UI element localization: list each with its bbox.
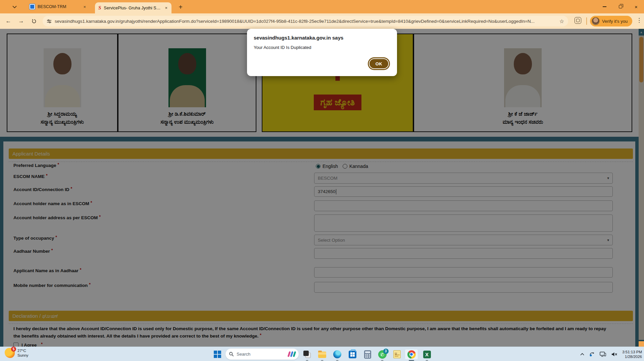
whatsapp-button[interactable]: ✆ 3: [376, 349, 389, 360]
paint-cocreator-icon: [288, 351, 295, 357]
calculator-button[interactable]: [361, 349, 374, 360]
javascript-alert-dialog: sevasindhugs1.karnataka.gov.in says Your…: [247, 29, 397, 76]
serviceplus-favicon: S: [98, 5, 101, 11]
profile-avatar: [592, 17, 600, 25]
verify-label: Verify it's you: [602, 19, 628, 24]
forward-button[interactable]: →: [17, 17, 26, 25]
weather-badge: 5: [11, 347, 16, 352]
volume-muted-icon[interactable]: [611, 352, 617, 357]
dialog-title: sevasindhugs1.karnataka.gov.in says: [254, 35, 343, 41]
whatsapp-badge: 3: [383, 349, 389, 354]
weather-sun-icon: 5: [5, 348, 15, 358]
tab-title: BESCOM-TRM: [38, 4, 80, 9]
excel-button[interactable]: X: [420, 349, 434, 360]
ok-button[interactable]: OK: [369, 58, 389, 69]
store-icon: [349, 351, 356, 358]
window-corner-accent: [639, 341, 644, 347]
browser-menu-icon[interactable]: ⋮: [636, 17, 642, 24]
site-info-icon[interactable]: [47, 19, 52, 24]
web-page: ಶ್ರೀ ಸಿದ್ದರಾಮಯ್ಯ ಸನ್ಮಾನ್ಯ ಮುಖ್ಯಮಂತ್ರಿಗಳು…: [0, 29, 644, 347]
notes-icon: [393, 350, 401, 358]
tab-search-icon[interactable]: [10, 3, 19, 11]
edge-button[interactable]: [331, 349, 344, 360]
task-view-button[interactable]: [300, 349, 314, 360]
windows-logo-icon: [214, 351, 221, 358]
close-button[interactable]: ×: [628, 0, 644, 13]
back-button[interactable]: ←: [4, 17, 13, 25]
file-explorer-button[interactable]: [315, 349, 329, 360]
sync-status-icon[interactable]: [589, 351, 595, 357]
dialog-message: Your Account ID Is Duplicated: [254, 45, 311, 50]
verify-profile-chip[interactable]: Verify it's you: [590, 16, 632, 26]
chrome-icon: [407, 350, 416, 359]
extensions-icon[interactable]: [575, 17, 581, 24]
excel-icon: X: [423, 351, 431, 358]
notes-app-button[interactable]: [390, 349, 404, 360]
maximize-button[interactable]: [612, 0, 628, 13]
ms-store-button[interactable]: [346, 349, 359, 360]
tab-close-icon[interactable]: ×: [164, 5, 168, 10]
weather-condition: Sunny: [17, 353, 29, 358]
bescom-favicon: [30, 4, 35, 9]
calculator-icon: [364, 350, 371, 359]
tab-strip: BESCOM-TRM × S ServicePlus- Gruha Jyothi…: [0, 0, 644, 13]
clock-date: 1/28/2026: [622, 354, 642, 359]
tab-serviceplus[interactable]: S ServicePlus- Gruha Jyothi Schem ×: [95, 2, 171, 13]
start-button[interactable]: [211, 349, 224, 360]
url-text[interactable]: sevasindhugs1.karnataka.gov.in/gruhajyot…: [55, 19, 556, 24]
new-tab-button[interactable]: +: [176, 3, 185, 12]
chrome-button[interactable]: [405, 349, 418, 360]
edge-icon: [333, 350, 341, 358]
search-icon: [229, 352, 234, 357]
clock-time: 3:51:13 PM: [622, 350, 642, 354]
search-placeholder: Search: [237, 352, 286, 357]
browser-toolbar: ← → sevasindhugs1.karnataka.gov.in/gruha…: [0, 13, 644, 29]
folder-icon: [318, 352, 326, 358]
network-display-icon[interactable]: [600, 352, 606, 357]
weather-temp: 27°C: [17, 348, 29, 353]
windows-taskbar: 5 27°C Sunny Search ✆ 3: [0, 347, 644, 361]
tab-title: ServicePlus- Gruha Jyothi Schem: [104, 6, 161, 10]
system-tray: 3:51:13 PM 1/28/2026: [580, 347, 642, 361]
minimize-button[interactable]: [597, 0, 612, 13]
task-view-icon: [303, 351, 311, 358]
tab-close-icon[interactable]: ×: [83, 4, 87, 9]
url-bar[interactable]: sevasindhugs1.karnataka.gov.in/gruhajyot…: [43, 16, 568, 26]
toolbar-divider: [586, 17, 587, 25]
whatsapp-icon: ✆ 3: [378, 350, 387, 359]
tab-bescom-trm[interactable]: BESCOM-TRM ×: [26, 1, 90, 12]
refresh-button[interactable]: [30, 17, 38, 25]
tray-chevron-up-icon[interactable]: [580, 353, 584, 356]
weather-widget[interactable]: 5 27°C Sunny: [5, 348, 29, 358]
modal-dim-overlay: [0, 29, 644, 347]
taskbar-clock[interactable]: 3:51:13 PM 1/28/2026: [622, 350, 642, 359]
window-controls: ×: [597, 0, 644, 13]
taskbar-search[interactable]: Search: [226, 349, 299, 360]
bookmark-star-icon[interactable]: ☆: [559, 18, 564, 24]
